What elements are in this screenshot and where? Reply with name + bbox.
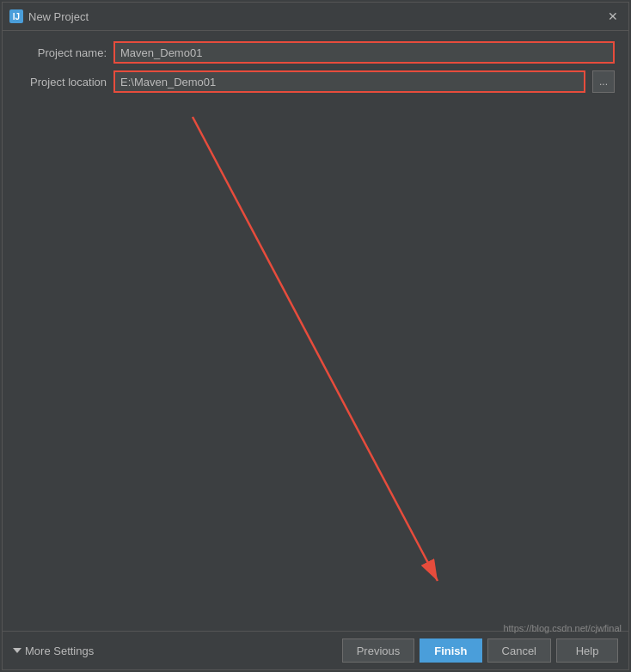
bottom-bar: More Settings Previous Finish Cancel Hel… [3, 631, 628, 669]
app-icon: IJ [9, 9, 23, 23]
new-project-dialog: IJ New Project ✕ Project name: Project l… [2, 2, 629, 670]
more-settings-icon [13, 648, 21, 653]
browse-button[interactable]: ... [592, 70, 615, 93]
cancel-button[interactable]: Cancel [487, 638, 551, 663]
project-name-input[interactable] [113, 41, 615, 64]
finish-button[interactable]: Finish [420, 638, 481, 663]
project-name-label: Project name: [16, 46, 107, 59]
more-settings-toggle[interactable]: More Settings [13, 645, 94, 657]
more-settings-label: More Settings [25, 645, 94, 657]
project-location-label: Project location [16, 76, 107, 89]
title-bar-left: IJ New Project [9, 9, 89, 23]
dialog-title: New Project [28, 10, 89, 23]
content-area: Project name: Project location ... [3, 31, 628, 631]
project-name-row: Project name: [16, 41, 615, 64]
annotation-arrow [16, 100, 615, 620]
project-location-input[interactable] [113, 70, 585, 93]
previous-button[interactable]: Previous [342, 638, 415, 663]
close-button[interactable]: ✕ [604, 8, 622, 25]
title-bar: IJ New Project ✕ [3, 3, 628, 31]
help-button[interactable]: Help [556, 638, 618, 663]
svg-line-1 [193, 117, 438, 581]
button-group: Previous Finish Cancel Help [342, 638, 618, 663]
project-location-row: Project location ... [16, 70, 615, 93]
main-content-area [16, 100, 615, 620]
